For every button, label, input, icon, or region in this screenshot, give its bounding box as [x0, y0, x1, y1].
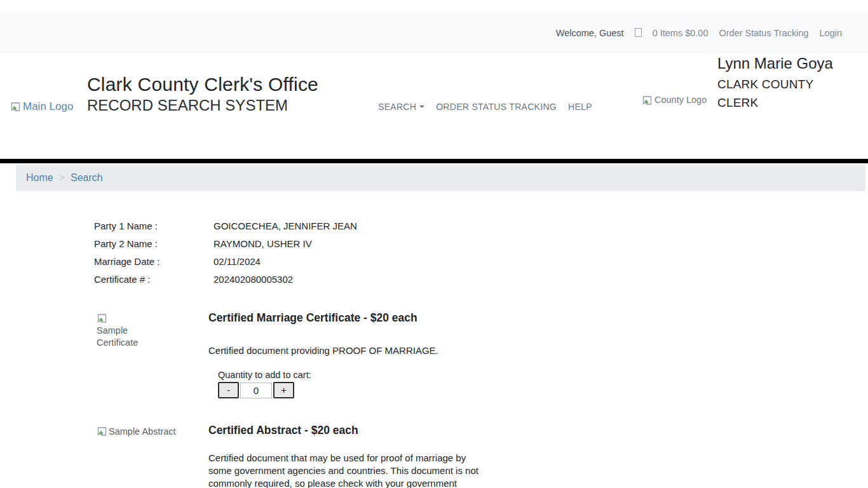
- login-link[interactable]: Login: [820, 28, 842, 38]
- quantity-decrease-button[interactable]: -: [218, 382, 239, 398]
- clerk-name: Lynn Marie Goya: [717, 55, 833, 72]
- sample-abstract-broken-image: Sample Abstract: [97, 426, 176, 438]
- quantity-label: Quantity to add to cart:: [218, 370, 311, 380]
- sample-abstract-alt-text: Sample Abstract: [109, 426, 176, 438]
- page-subtitle: RECORD SEARCH SYSTEM: [87, 97, 288, 114]
- sample-certificate-alt-text: Sample Certificate: [97, 325, 158, 349]
- header-divider-bar: [0, 159, 868, 163]
- main-logo-alt-text: Main Logo: [23, 100, 73, 112]
- product-description-certificate: Certified document providing PROOF OF MA…: [208, 345, 438, 356]
- cart-icon[interactable]: [635, 28, 642, 39]
- missing-glyph-box: [635, 28, 642, 37]
- breadcrumb: Home > Search: [16, 165, 865, 191]
- nav-search-label: SEARCH: [378, 102, 416, 112]
- main-navigation: SEARCH ORDER STATUS TRACKING HELP: [372, 102, 598, 112]
- field-value: RAYMOND, USHER IV: [214, 238, 312, 249]
- page-title: Clark County Clerk's Office: [87, 74, 318, 95]
- product-title-abstract: Certified Abstract - $20 each: [208, 424, 358, 437]
- cart-summary-link[interactable]: 0 Items $0.00: [653, 28, 709, 38]
- product-title-certificate: Certified Marriage Certificate - $20 eac…: [208, 311, 417, 325]
- breadcrumb-home-link[interactable]: Home: [26, 172, 53, 184]
- breadcrumb-search-link[interactable]: Search: [71, 172, 103, 184]
- clerk-identity-block: Lynn Marie Goya CLARK COUNTY CLERK: [717, 55, 833, 114]
- sample-certificate-broken-image: Sample Certificate: [97, 313, 158, 349]
- county-logo-alt-text: County Logo: [654, 94, 707, 106]
- broken-image-icon: [642, 95, 653, 105]
- chevron-down-icon: [419, 105, 424, 108]
- field-label: Party 2 Name :: [94, 238, 214, 249]
- field-value: 02/11/2024: [214, 256, 261, 267]
- clerk-title-line2: CLERK: [717, 96, 833, 110]
- field-value: GOICOECHEA, JENNIFER JEAN: [214, 220, 357, 231]
- field-label: Party 1 Name :: [94, 220, 214, 231]
- county-logo-broken-image: County Logo: [642, 94, 707, 106]
- nav-help[interactable]: HELP: [562, 102, 598, 112]
- broken-image-icon: [97, 313, 107, 323]
- quantity-stepper: - +: [218, 382, 294, 398]
- quantity-increase-button[interactable]: +: [273, 382, 294, 398]
- welcome-text: Welcome, Guest: [556, 28, 624, 38]
- broken-image-icon: [10, 102, 21, 112]
- breadcrumb-separator: >: [59, 172, 65, 184]
- top-utility-bar: Welcome, Guest 0 Items $0.00 Order Statu…: [0, 13, 868, 53]
- record-details: Party 1 Name : GOICOECHEA, JENNIFER JEAN…: [94, 217, 357, 288]
- record-field-marriage-date: Marriage Date : 02/11/2024: [94, 252, 357, 270]
- record-field-certificate-number: Certificate # : 202402080005302: [94, 270, 357, 288]
- record-field-party1: Party 1 Name : GOICOECHEA, JENNIFER JEAN: [94, 217, 357, 234]
- nav-search-dropdown[interactable]: SEARCH: [372, 102, 430, 112]
- nav-order-status-tracking[interactable]: ORDER STATUS TRACKING: [430, 102, 562, 112]
- clerk-title-line1: CLARK COUNTY: [717, 78, 833, 92]
- field-label: Marriage Date :: [94, 256, 214, 267]
- product-description-abstract: Certified document that may be used for …: [208, 452, 483, 488]
- quantity-input[interactable]: [240, 383, 272, 398]
- field-value: 202402080005302: [214, 274, 293, 285]
- record-field-party2: Party 2 Name : RAYMOND, USHER IV: [94, 234, 357, 252]
- field-label: Certificate # :: [94, 274, 214, 285]
- main-logo-broken-image[interactable]: Main Logo: [10, 100, 73, 112]
- order-status-tracking-link[interactable]: Order Status Tracking: [719, 28, 808, 38]
- broken-image-icon: [97, 426, 107, 437]
